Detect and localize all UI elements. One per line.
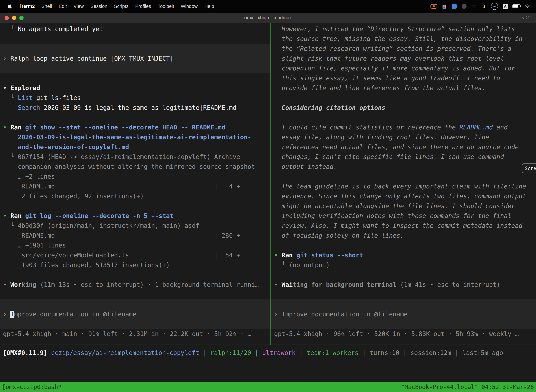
terminal-line: README.md | 4 + [3,182,268,191]
keyboard-viewer-icon[interactable]: ▦ [442,2,447,10]
window-shortcut-badge: ⌥⌘1 [521,15,536,20]
menubar: iTerm2ShellEditViewSessionScriptsProfile… [0,0,536,13]
battery-gauge-icon[interactable]: .61 [491,2,498,10]
thinking-line: references need actual files, and since … [274,142,533,152]
thinking-line: essay file, along with finding root file… [274,132,533,142]
menu-item-edit[interactable]: Edit [55,4,70,9]
blank-line [274,172,533,182]
minimize-button[interactable] [12,16,16,20]
prompt-input[interactable]: › Improve documentation in @filename [0,299,270,329]
screen: iTerm2ShellEditViewSessionScriptsProfile… [0,0,536,392]
zoom-button[interactable] [19,16,24,20]
thinking-line: of focusing solely on file lines. [274,231,533,240]
terminal-line: and-the-erosion-of-copyleft.md [3,142,268,152]
ralph-loop-banner[interactable]: › Ralph loop active continue [OMX_TMUX_I… [0,44,270,73]
thinking-line: the source tree, missing the essay. Stil… [274,34,533,44]
screen-edge-button-label: Scre [525,166,536,171]
tmux-status-bar: [omx-cczip0:bash* "MacBook-Pro-44.local"… [0,382,536,392]
terminal-line: • Explored [3,83,268,93]
working-status-line: • Working (11m 13s • esc to interrupt) ·… [3,280,268,289]
waiting-status-line: • Waiting for background terminal (1m 41… [274,280,533,289]
terminal-line: Search 2026-03-09-is-legal-the-same-as-l… [3,103,268,112]
thinking-line: provide file and line references from th… [274,83,533,93]
terminal-line: 1903 files changed, 513517 insertions(+) [3,260,268,270]
thinking-line: output instead. [274,162,533,172]
terminal-line: • Ran git show --stat --oneline --decora… [3,122,268,132]
terminal-line: … +1901 lines [3,240,268,250]
terminal-line: └ List git ls-files [3,93,268,103]
input-source-icon[interactable]: A [502,2,508,10]
terminal-line: • Ran git status --short [274,250,533,260]
terminal-line: • Ran git log --oneline --decorate -n 5 … [3,211,268,221]
traffic-lights [0,16,24,20]
menu-item-view[interactable]: View [70,4,87,9]
blank-line [274,240,533,250]
blank-line [3,201,268,211]
terminal-pane-right[interactable]: However, I noticed the “Directory Struct… [271,23,536,345]
keystroke-count-icon[interactable]: 8 [481,2,486,10]
blank-line [3,34,268,44]
terminal-line: companion analysis without altering the … [3,162,268,172]
thinking-line: slight risk that future readers may over… [274,54,533,63]
screen-edge-button[interactable]: Scre [522,163,536,173]
menu-item-iterm2[interactable]: iTerm2 [16,4,38,9]
omx-status-line: [OMX#0.11.9] cczip/essay/ai-reimplementa… [0,348,536,358]
blank-line [274,289,533,299]
model-status-line: gpt-5.4 xhigh · main · 91% left · 2.31M … [3,329,268,339]
apple-menu-icon[interactable] [4,4,16,9]
menu-item-scripts[interactable]: Scripts [111,4,132,9]
prompt-input-text: › Improve documentation in @filename [274,309,533,319]
model-status-line: gpt-5.4 xhigh · 96% left · 520K in · 5.8… [274,329,533,339]
terminal-line: 2026-03-09-is-legal-the-same-as-legitima… [3,132,268,142]
blank-line [3,289,268,299]
app-grid-icon[interactable]: ∷ [471,2,477,10]
thinking-line: this single essay, it seems like a good … [274,73,533,83]
screen-recording-indicator[interactable] [431,2,437,10]
thinking-line: I could cite commit statistics or refere… [274,122,533,132]
terminal: └ No agents completed yet› Ralph loop ac… [0,23,536,345]
titlebar[interactable]: omx --xhigh --madmax ⌥⌘1 [0,13,536,23]
thinking-line: might be acceptable alongside the file l… [274,201,533,211]
empty-area [0,358,536,382]
menu-item-session[interactable]: Session [87,4,111,9]
terminal-pane-left[interactable]: └ No agents completed yet› Ralph loop ac… [0,23,270,345]
prompt-input-text: › Improve documentation in @filename [3,309,268,319]
terminal-line: └ (no output) [274,260,533,270]
menubar-status: ▦∷8.61A [431,2,532,10]
blank-line [274,112,533,122]
thinking-line: changes, I can't cite specific file line… [274,152,533,162]
thinking-line: evidence. Since this change only affects… [274,191,533,201]
blank-line [3,73,268,83]
terminal-line: └ No agents completed yet [3,24,268,34]
window-title: omx --xhigh --madmax [0,15,536,21]
menu-item-toolbelt[interactable]: Toolbelt [154,4,177,9]
thinking-line: the “Related research writing” section i… [274,44,533,54]
blank-line [274,93,533,103]
menu-item-profiles[interactable]: Profiles [132,4,154,9]
dark-app-icon[interactable] [461,2,467,10]
thinking-line: companion file, especially if more comme… [274,63,533,73]
terminal-line: └ 067f154 (HEAD -> essay/ai-reimplementa… [3,152,268,162]
menu-item-shell[interactable]: Shell [38,4,55,9]
close-button[interactable] [5,16,9,20]
prompt-input[interactable]: › Improve documentation in @filename [271,299,536,329]
terminal-line: 2 files changed, 92 insertions(+) [3,191,268,201]
terminal-line: … +2 lines [3,172,268,182]
terminal-line: src/voice/voiceModeEnabled.ts | 54 + [3,250,268,260]
thinking-line: including verification notes with those … [274,211,533,221]
tmux-host-time: "MacBook-Pro-44.local" 04:52 31-Mar-26 [401,383,534,390]
menubar-items: iTerm2ShellEditViewSessionScriptsProfile… [16,4,217,9]
ralph-loop-banner-text: › Ralph loop active continue [OMX_TMUX_I… [3,54,268,63]
pane-border-horizontal [0,345,536,345]
terminal-line: README.md | 280 + [3,231,268,240]
battery-icon[interactable] [512,2,520,10]
blank-line [3,112,268,122]
terminal-line: └ 4b9d30f (origin/main, instructkr/main,… [3,221,268,231]
wifi-icon[interactable] [525,2,530,10]
menu-item-help[interactable]: Help [201,4,218,9]
thinking-line: However, I noticed the “Directory Struct… [274,24,533,34]
tmux-session-window[interactable]: [omx-cczip0:bash* [2,383,62,390]
menu-item-window[interactable]: Window [177,4,201,9]
thinking-line: review. Also, I might want to inspect th… [274,221,533,231]
blue-app-icon[interactable] [452,2,457,10]
